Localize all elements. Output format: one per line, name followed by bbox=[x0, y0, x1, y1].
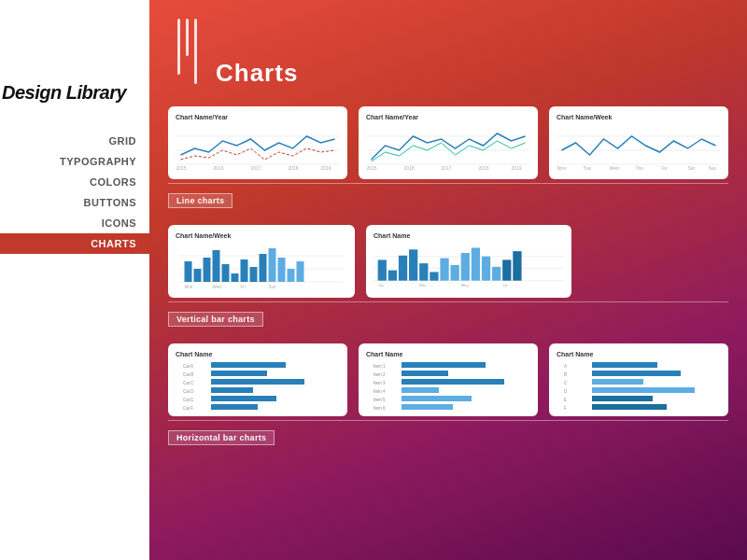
svg-rect-92 bbox=[592, 371, 681, 376]
page-title: Charts bbox=[216, 59, 298, 88]
main-content: Charts Chart Name/Year 2015 2016 2017 20… bbox=[149, 0, 747, 560]
line-charts-label: Line charts bbox=[168, 193, 233, 208]
svg-text:Cat E: Cat E bbox=[183, 398, 193, 402]
svg-text:Cat B: Cat B bbox=[183, 372, 193, 377]
svg-rect-71 bbox=[211, 396, 276, 401]
svg-rect-30 bbox=[194, 269, 202, 282]
svg-rect-62 bbox=[513, 251, 521, 281]
svg-rect-93 bbox=[592, 379, 643, 385]
svg-text:2017: 2017 bbox=[251, 165, 261, 171]
svg-text:2015: 2015 bbox=[367, 165, 377, 171]
hbar-charts-section: Chart Name Cat A Cat B Cat C Cat D Cat E… bbox=[149, 334, 747, 453]
svg-rect-53 bbox=[419, 263, 428, 281]
charts-icon bbox=[177, 19, 197, 84]
svg-text:Item 4: Item 4 bbox=[374, 389, 386, 394]
svg-rect-52 bbox=[409, 249, 417, 280]
svg-text:Jan: Jan bbox=[378, 283, 385, 287]
sidebar-item-colors[interactable]: Colors bbox=[0, 172, 149, 192]
svg-text:2019: 2019 bbox=[512, 165, 522, 171]
svg-text:B: B bbox=[564, 372, 567, 377]
hbar-chart-3-title: Chart Name bbox=[557, 351, 721, 357]
svg-rect-70 bbox=[211, 387, 253, 393]
svg-rect-31 bbox=[204, 258, 211, 282]
svg-text:Thu: Thu bbox=[636, 165, 644, 171]
line-chart-2[interactable]: Chart Name/Year 2015 2016 2017 2018 2019 bbox=[359, 106, 538, 179]
svg-rect-37 bbox=[260, 254, 267, 282]
svg-text:Item 6: Item 6 bbox=[374, 406, 386, 411]
svg-text:Item 3: Item 3 bbox=[374, 381, 386, 385]
sidebar-item-buttons[interactable]: Buttons bbox=[0, 192, 149, 213]
svg-text:F: F bbox=[564, 406, 567, 411]
svg-rect-33 bbox=[222, 264, 230, 282]
line-chart-1-svg: 2015 2016 2017 2018 2019 bbox=[176, 122, 340, 171]
svg-rect-82 bbox=[402, 387, 439, 393]
svg-rect-35 bbox=[241, 259, 248, 282]
svg-rect-34 bbox=[232, 273, 239, 282]
svg-text:D: D bbox=[564, 389, 568, 394]
svg-text:Wed: Wed bbox=[213, 285, 222, 289]
svg-rect-95 bbox=[592, 396, 653, 401]
svg-rect-61 bbox=[502, 259, 511, 280]
hbar-chart-1-title: Chart Name bbox=[176, 351, 340, 357]
brand-name: Design Library bbox=[2, 82, 126, 103]
svg-rect-94 bbox=[592, 387, 695, 393]
hbar-chart-2-svg: Item 1 Item 2 Item 3 Item 4 Item 5 Item … bbox=[366, 359, 530, 411]
svg-rect-80 bbox=[402, 371, 448, 376]
svg-rect-41 bbox=[297, 261, 304, 282]
svg-rect-84 bbox=[402, 404, 453, 410]
svg-text:2016: 2016 bbox=[214, 165, 224, 171]
svg-rect-29 bbox=[185, 261, 192, 282]
line-chart-3-svg: Mon Tue Wed Thu Fri Sat Sun bbox=[557, 122, 721, 171]
line-charts-section: Chart Name/Year 2015 2016 2017 2018 2019… bbox=[149, 97, 747, 216]
chart-2-title: Chart Name/Year bbox=[366, 114, 530, 120]
svg-text:Item 5: Item 5 bbox=[374, 398, 386, 402]
sidebar-item-charts[interactable]: Charts bbox=[0, 233, 149, 254]
page-header: Charts bbox=[149, 0, 747, 97]
svg-text:Cat D: Cat D bbox=[183, 389, 194, 394]
vbar-chart-1-title: Chart Name/Week bbox=[176, 232, 347, 239]
svg-rect-83 bbox=[402, 396, 472, 401]
svg-text:C: C bbox=[564, 381, 568, 385]
line-charts-row: Chart Name/Year 2015 2016 2017 2018 2019… bbox=[168, 106, 728, 179]
svg-rect-69 bbox=[211, 379, 304, 385]
svg-text:Item 1: Item 1 bbox=[374, 364, 386, 369]
vbar-chart-1-svg: Mon Wed Fri Sun bbox=[176, 241, 347, 289]
line-section-divider bbox=[168, 183, 728, 184]
svg-text:Mon: Mon bbox=[557, 165, 567, 171]
svg-text:Cat F: Cat F bbox=[183, 406, 193, 411]
svg-text:Fri: Fri bbox=[662, 165, 668, 171]
svg-text:Tue: Tue bbox=[584, 165, 592, 171]
hbar-chart-2[interactable]: Chart Name Item 1 Item 2 Item 3 Item 4 I… bbox=[359, 343, 538, 416]
svg-text:2015: 2015 bbox=[176, 165, 187, 171]
svg-rect-49 bbox=[378, 259, 387, 280]
svg-rect-51 bbox=[399, 256, 407, 281]
svg-rect-57 bbox=[461, 253, 470, 281]
svg-rect-40 bbox=[288, 269, 295, 282]
svg-text:Cat C: Cat C bbox=[183, 381, 194, 385]
hbar-chart-1-svg: Cat A Cat B Cat C Cat D Cat E Cat F bbox=[176, 359, 340, 411]
vbar-charts-section: Chart Name/Week bbox=[149, 216, 747, 334]
hbar-charts-row: Chart Name Cat A Cat B Cat C Cat D Cat E… bbox=[168, 343, 728, 416]
svg-text:Item 2: Item 2 bbox=[374, 372, 386, 377]
hbar-chart-3[interactable]: Chart Name A B C D E F bbox=[549, 343, 728, 416]
sidebar-item-typography[interactable]: Typography bbox=[0, 151, 149, 172]
line-chart-2-svg: 2015 2016 2017 2018 2019 bbox=[366, 122, 530, 171]
line-chart-3[interactable]: Chart Name/Week Mon Tue Wed Thu Fri Sat … bbox=[549, 106, 728, 179]
svg-rect-38 bbox=[269, 248, 276, 282]
svg-text:E: E bbox=[564, 398, 567, 402]
hbar-chart-1[interactable]: Chart Name Cat A Cat B Cat C Cat D Cat E… bbox=[168, 343, 347, 416]
icon-bar-3 bbox=[194, 19, 197, 84]
sidebar-item-icons[interactable]: Icons bbox=[0, 213, 149, 233]
svg-text:Sat: Sat bbox=[688, 165, 696, 171]
line-chart-1[interactable]: Chart Name/Year 2015 2016 2017 2018 2019 bbox=[168, 106, 347, 179]
svg-rect-32 bbox=[213, 250, 220, 282]
chart-3-title: Chart Name/Week bbox=[557, 114, 721, 120]
icon-bar-2 bbox=[186, 19, 189, 56]
svg-text:Sun: Sun bbox=[269, 285, 277, 289]
svg-rect-96 bbox=[592, 404, 667, 410]
sidebar-item-grid[interactable]: Grid bbox=[0, 131, 149, 151]
vbar-chart-1[interactable]: Chart Name/Week bbox=[168, 225, 355, 298]
vbar-chart-2[interactable]: Chart Name bbox=[366, 225, 571, 298]
vbar-chart-2-title: Chart Name bbox=[374, 232, 564, 239]
svg-text:Fri: Fri bbox=[241, 285, 246, 289]
